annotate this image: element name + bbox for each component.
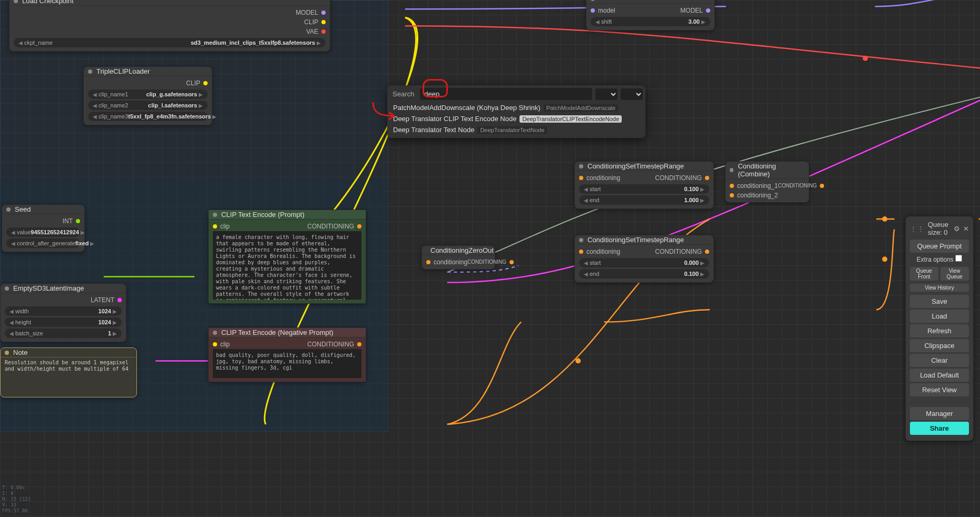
chevron-right-icon[interactable]: ▶: [111, 320, 119, 325]
chevron-right-icon[interactable]: ▶: [315, 40, 322, 46]
chevron-left-icon[interactable]: ◀: [8, 331, 15, 336]
chevron-right-icon[interactable]: ▶: [111, 309, 119, 314]
chevron-left-icon[interactable]: ◀: [91, 92, 99, 97]
widget-clip_name3[interactable]: ◀ clip_name3 t5xxl_fp8_e4m3fn.safetensor…: [88, 112, 208, 121]
reset-view-button[interactable]: Reset View: [910, 383, 969, 396]
chevron-left-icon[interactable]: ◀: [582, 260, 590, 266]
chevron-right-icon[interactable]: ▶: [197, 103, 204, 108]
port-model-out[interactable]: [321, 11, 326, 15]
search-result[interactable]: Deep Translator CLIP Text Encode Node De…: [390, 113, 643, 124]
port-model-in[interactable]: [591, 8, 595, 13]
port-conditioning-out[interactable]: [357, 224, 361, 228]
widget-value[interactable]: ◀ value 945512652412924 ▶: [6, 227, 80, 237]
port-conditioning-2-in[interactable]: [730, 193, 734, 197]
port-conditioning-out[interactable]: [509, 260, 514, 264]
port-latent-out[interactable]: [117, 298, 122, 302]
widget-start[interactable]: ◀ start 0.000 ▶: [579, 258, 709, 267]
port-clip-in[interactable]: [213, 224, 217, 228]
widget-end[interactable]: ◀ end 1.000 ▶: [579, 195, 709, 205]
chevron-right-icon[interactable]: ▶: [89, 241, 96, 246]
port-conditioning-out[interactable]: [357, 342, 361, 346]
share-button[interactable]: Share: [910, 422, 969, 435]
queue-prompt-button[interactable]: Queue Prompt: [910, 240, 969, 253]
widget-height[interactable]: ◀ height 1024 ▶: [5, 317, 122, 327]
chevron-right-icon[interactable]: ▶: [700, 19, 707, 25]
node-note[interactable]: Note Resolution should be around 1 megap…: [0, 347, 137, 397]
chevron-left-icon[interactable]: ◀: [582, 186, 590, 192]
port-conditioning-out[interactable]: [705, 176, 709, 180]
node-triple-clip-loader[interactable]: TripleCLIPLoader CLIP ◀ clip_name1 clip_…: [83, 66, 212, 125]
close-icon[interactable]: ✕: [963, 225, 969, 233]
port-clip-out[interactable]: [321, 20, 326, 24]
chevron-left-icon[interactable]: ◀: [582, 197, 590, 203]
node-clip-text-encode-positive[interactable]: CLIP Text Encode (Prompt) clip CONDITION…: [208, 210, 366, 304]
load-button[interactable]: Load: [910, 310, 969, 323]
port-conditioning-1-in[interactable]: [730, 184, 734, 188]
search-filter-2[interactable]: [621, 88, 643, 100]
negative-prompt-textarea[interactable]: [213, 349, 361, 378]
widget-clip_name2[interactable]: ◀ clip_name2 clip_l.safetensors ▶: [88, 101, 208, 110]
queue-front-button[interactable]: Queue Front: [910, 267, 938, 281]
chevron-left-icon[interactable]: ◀: [91, 103, 99, 108]
node-clip-text-encode-negative[interactable]: CLIP Text Encode (Negative Prompt) clip …: [208, 327, 366, 382]
extra-options-checkbox[interactable]: [955, 255, 962, 262]
manager-button[interactable]: Manager: [910, 407, 969, 420]
prompt-textarea[interactable]: [213, 231, 361, 300]
search-result[interactable]: PatchModelAddDownscale (Kohya Deep Shrin…: [390, 102, 643, 113]
node-conditioning-timestep-range-2[interactable]: ConditioningSetTimestepRange conditionin…: [574, 235, 714, 283]
port-int-out[interactable]: [76, 219, 80, 223]
ckpt-name-widget[interactable]: ◀ ckpt_name sd3_medium_incl_clips_t5xxlf…: [14, 38, 326, 47]
node-seed[interactable]: Seed INT ◀ value 945512652412924 ▶ ◀ con…: [2, 204, 85, 252]
widget-batch_size[interactable]: ◀ batch_size 1 ▶: [5, 329, 122, 338]
widget-width[interactable]: ◀ width 1024 ▶: [5, 306, 122, 316]
chevron-left-icon[interactable]: ◀: [582, 271, 590, 277]
widget-clip_name1[interactable]: ◀ clip_name1 clip_g.safetensors ▶: [88, 90, 208, 99]
load-default-button[interactable]: Load Default: [910, 369, 969, 382]
search-filter-1[interactable]: [595, 88, 618, 100]
chevron-right-icon[interactable]: ▶: [211, 114, 218, 120]
chevron-left-icon[interactable]: ◀: [8, 320, 15, 325]
node-conditioning-timestep-range-1[interactable]: ConditioningSetTimestepRange conditionin…: [574, 161, 714, 209]
port-conditioning-out[interactable]: [820, 184, 824, 188]
widget-start[interactable]: ◀ start 0.100 ▶: [579, 184, 709, 194]
save-button[interactable]: Save: [910, 295, 969, 308]
chevron-right-icon[interactable]: ▶: [699, 197, 706, 203]
clear-button[interactable]: Clear: [910, 354, 969, 367]
port-conditioning-in[interactable]: [579, 176, 583, 180]
chevron-right-icon[interactable]: ▶: [197, 92, 204, 97]
drag-handle-icon[interactable]: ⋮⋮: [910, 225, 925, 233]
chevron-left-icon[interactable]: ◀: [91, 114, 99, 120]
node-conditioning-combine[interactable]: Conditioning (Combine) conditioning_1 CO…: [725, 161, 809, 203]
control-panel[interactable]: ⋮⋮ Queue size: 0 ⚙ ✕ Queue Prompt Extra …: [905, 216, 974, 441]
port-conditioning-in[interactable]: [579, 250, 583, 254]
port-vae-out[interactable]: [321, 29, 326, 34]
gear-icon[interactable]: ⚙: [954, 225, 960, 233]
chevron-right-icon[interactable]: ▶: [699, 260, 706, 266]
search-input[interactable]: [420, 88, 592, 100]
chevron-right-icon[interactable]: ▶: [699, 186, 706, 192]
refresh-button[interactable]: Refresh: [910, 324, 969, 337]
widget-control_after_generate[interactable]: ◀ control_after_generate fixed ▶: [6, 238, 80, 248]
widget-shift[interactable]: ◀ shift 3.00 ▶: [591, 17, 710, 26]
port-clip-out[interactable]: [203, 81, 208, 85]
search-result[interactable]: Deep Translator Text Node DeepTranslator…: [390, 124, 643, 135]
node-model-sampling[interactable]: model MODEL ◀ shift 3.00 ▶: [586, 0, 715, 31]
view-queue-button[interactable]: View Queue: [940, 267, 969, 281]
chevron-right-icon[interactable]: ▶: [111, 331, 119, 336]
widget-end[interactable]: ◀ end 0.100 ▶: [579, 269, 709, 279]
node-search-popup[interactable]: Search PatchModelAddDownscale (Kohya Dee…: [387, 85, 645, 138]
chevron-left-icon[interactable]: ◀: [9, 241, 17, 246]
chevron-right-icon[interactable]: ▶: [79, 230, 86, 235]
node-empty-latent[interactable]: EmptySD3LatentImage LATENT ◀ width 1024 …: [0, 283, 126, 342]
port-model-out[interactable]: [706, 8, 710, 13]
node-conditioning-zero-out[interactable]: ConditioningZeroOut conditioning CONDITI…: [422, 245, 495, 270]
node-load-checkpoint[interactable]: Load Checkpoint MODEL CLIP VAE ◀ ckpt_na…: [9, 0, 330, 52]
port-conditioning-out[interactable]: [705, 250, 709, 254]
chevron-left-icon[interactable]: ◀: [594, 19, 601, 25]
chevron-left-icon[interactable]: ◀: [9, 230, 17, 235]
port-conditioning-in[interactable]: [426, 260, 430, 264]
chevron-left-icon[interactable]: ◀: [17, 40, 24, 46]
port-clip-in[interactable]: [213, 342, 217, 346]
clipspace-button[interactable]: Clipspace: [910, 339, 969, 352]
chevron-left-icon[interactable]: ◀: [8, 309, 15, 314]
